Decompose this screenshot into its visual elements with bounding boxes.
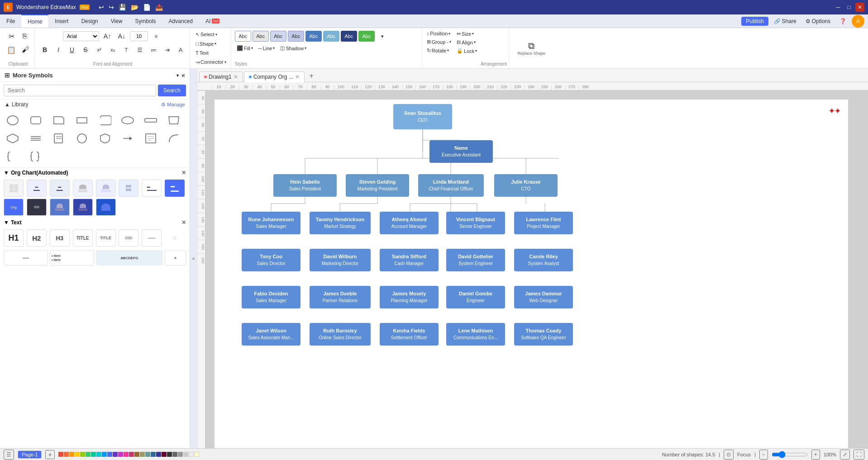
text-button[interactable]: T Text [194, 49, 210, 57]
open-quick-btn[interactable]: 📂 [129, 3, 140, 12]
position-button[interactable]: ↕ Position ▾ [425, 30, 453, 37]
color-amber[interactable] [69, 452, 74, 457]
text-style-6[interactable]: title [119, 229, 138, 247]
text-h1[interactable]: H1 [4, 229, 24, 247]
org-node-wd1[interactable]: James Dammar Web Designer [514, 286, 573, 308]
org-node-sm1[interactable]: Rune Johannessen Sales Manager [242, 212, 300, 234]
org-template-9[interactable]: Org [4, 199, 24, 216]
underline-button[interactable]: U [66, 43, 78, 56]
user-avatar[interactable]: A [852, 15, 864, 28]
text-extra-2[interactable]: • item• item [50, 250, 94, 266]
zoom-slider[interactable] [772, 451, 808, 458]
color-orange[interactable] [64, 452, 69, 457]
text-color-button[interactable]: T [120, 43, 133, 56]
rotate-button[interactable]: ↻ Rotate ▾ [425, 47, 453, 54]
org-template-8[interactable]: ▬▬▬ [165, 180, 185, 197]
color-cream[interactable] [194, 452, 199, 457]
org-node-sysa1[interactable]: Carole Riley System Analyst [514, 249, 573, 271]
sidebar-collapse-button[interactable]: « [181, 71, 185, 79]
org-template-11[interactable] [50, 199, 70, 216]
color-olive[interactable] [140, 452, 145, 457]
size-button[interactable]: ⇔ Size ▾ [455, 30, 479, 38]
tab-drawing1[interactable]: Drawing1 ✕ [199, 71, 243, 82]
paste-button[interactable]: 📋 [5, 43, 18, 56]
shape-circle2[interactable] [73, 130, 91, 147]
org-section-header[interactable]: ▼ Org Chart(Automated) ✕ [0, 168, 190, 178]
group-button[interactable]: ⊞ Group - ▾ [425, 38, 453, 46]
connector-button[interactable]: ↝ Connector ▾ [194, 58, 228, 66]
color-dark[interactable] [167, 452, 172, 457]
org-node-plm1[interactable]: James Mosely Planning Manager [380, 286, 439, 308]
text-extra-3[interactable]: ABCDEFG [96, 250, 163, 266]
fit-page-button[interactable]: ⤢ [840, 450, 850, 460]
tab-close-company-org[interactable]: ✕ [295, 74, 300, 80]
sidebar-toggle-status[interactable]: ☰ [4, 450, 14, 460]
text-style-4[interactable]: TITLE [73, 229, 93, 247]
text-style-7[interactable]: ═══ [142, 229, 162, 247]
help-button[interactable]: ❓ [836, 17, 850, 26]
shape-brace2[interactable] [27, 148, 45, 165]
shape-arc[interactable] [165, 130, 183, 147]
shape-wide-rect[interactable] [142, 112, 160, 128]
color-brown[interactable] [134, 452, 139, 457]
org-node-sp[interactable]: Hein Sabelis Sales President [273, 174, 337, 197]
search-input[interactable] [4, 85, 156, 96]
add-page-button[interactable]: + [45, 450, 54, 459]
shape-hex[interactable] [4, 130, 22, 147]
org-node-so1[interactable]: Keisha Fields Settlement Officer [380, 323, 439, 346]
indent-button[interactable]: ⇥ [161, 43, 173, 56]
style-shape-3[interactable]: Abc [270, 31, 286, 42]
text-extra-4[interactable]: ≡ [165, 250, 186, 266]
org-node-se1[interactable]: Vincent Blignaut Senior Engineer [446, 212, 505, 234]
shape-shield[interactable] [96, 130, 114, 147]
shape-lines[interactable] [27, 130, 45, 147]
org-node-am1[interactable]: Atheeq Ahmed Account Manager [380, 212, 439, 234]
replace-shape-button[interactable]: ⧉ Replace Shape [514, 39, 549, 57]
color-lime[interactable] [80, 452, 85, 457]
org-node-mp[interactable]: Steven Golding Marketing President [346, 174, 409, 197]
org-node-syse1[interactable]: David Gottelier System Engineer [446, 249, 505, 271]
align-button[interactable]: ≡ [150, 30, 162, 43]
menu-design[interactable]: Design [75, 14, 104, 28]
org-node-pr1[interactable]: James Doeble Partner Relations [310, 286, 371, 308]
shape-rounded-rect[interactable] [27, 112, 45, 128]
subscript-button[interactable]: x₂ [106, 43, 119, 56]
shape-rect-cut[interactable] [50, 112, 68, 128]
search-button[interactable]: Search [158, 85, 186, 96]
close-button[interactable]: ✕ [855, 3, 864, 12]
canvas-scroll[interactable]: Sean Stusalitus CEO Name Executive Assis… [205, 90, 868, 448]
org-node-pm1[interactable]: Lawrence Flint Project Manager [514, 212, 573, 234]
share-button[interactable]: 🔗 Share [770, 17, 800, 26]
menu-view[interactable]: View [105, 14, 129, 28]
color-slate[interactable] [145, 452, 150, 457]
sidebar-toggle-button[interactable]: « [190, 69, 197, 448]
org-template-1[interactable]: ⬜⬜⬜⬜ [4, 180, 24, 197]
font-size-decrease[interactable]: A↓ [115, 30, 128, 43]
org-node-cm1[interactable]: Sandra Sifford Cash Manager [380, 249, 439, 271]
style-shape-7[interactable]: Abc [341, 31, 357, 42]
org-node-ea[interactable]: Name Executive Assistant [429, 140, 493, 163]
align-btn[interactable]: ⊟ Align ▾ [455, 38, 479, 46]
select-button[interactable]: ↖ Select ▾ [194, 31, 219, 38]
color-rose[interactable] [129, 452, 134, 457]
org-template-13[interactable] [96, 199, 116, 216]
org-node-md1[interactable]: David Wilburn Marketing Director [310, 249, 371, 271]
color-white[interactable] [189, 452, 194, 457]
redo-button[interactable]: ↪ [107, 3, 116, 12]
shape-rect-flat[interactable] [73, 112, 91, 128]
manage-link[interactable]: ⚙ Manage [161, 102, 185, 108]
org-template-6[interactable]: ⊟⊟⊟⊟ [119, 180, 138, 197]
font-size-input[interactable] [130, 31, 148, 41]
menu-symbols[interactable]: Symbols [129, 14, 162, 28]
color-purple[interactable] [113, 452, 118, 457]
shape-circle[interactable] [4, 112, 22, 128]
font-size-increase[interactable]: A↑ [101, 30, 114, 43]
color-red[interactable] [58, 452, 63, 457]
numbering-button[interactable]: ≔ [147, 43, 160, 56]
menu-ai[interactable]: AI hot [199, 14, 226, 28]
org-node-sd1[interactable]: Tony Coo Sales Director [242, 249, 300, 271]
org-section-close[interactable]: ✕ [181, 170, 186, 176]
shape-brace[interactable] [4, 148, 22, 165]
org-template-10[interactable]: ⊟⊟ [27, 199, 47, 216]
color-blue[interactable] [107, 452, 112, 457]
